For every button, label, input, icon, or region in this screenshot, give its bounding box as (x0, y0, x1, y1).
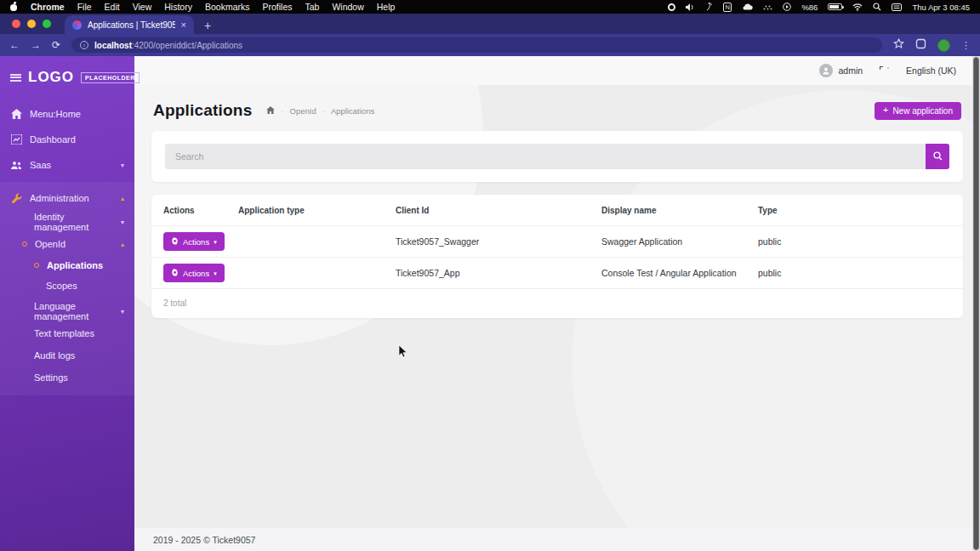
chevron-down-icon: ▾ (121, 308, 124, 315)
sidebar-item-saas[interactable]: Saas ▾ (0, 152, 134, 178)
sidebar-item-language-management[interactable]: Language management ▾ (0, 300, 134, 322)
sidebar-header: LOGO PLACEHOLDER (0, 56, 134, 98)
new-application-button[interactable]: + New application (875, 102, 961, 120)
username: admin (838, 65, 863, 76)
play-circle-icon[interactable] (783, 3, 791, 11)
breadcrumb-home-icon[interactable] (266, 106, 275, 116)
top-bar: admin English (UK) (134, 56, 980, 85)
gear-icon (171, 269, 179, 278)
spotlight-search-icon[interactable] (873, 3, 881, 11)
record-icon[interactable] (668, 3, 675, 11)
new-tab-button[interactable]: + (204, 20, 211, 31)
table-row: Actions ▾ Ticket9057_Swagger Swagger App… (151, 225, 963, 257)
cell-type: public (758, 268, 951, 278)
window-controls (12, 14, 51, 34)
column-client-id: Client Id (396, 206, 601, 215)
cloud-icon[interactable] (742, 3, 753, 10)
cell-type: public (758, 236, 951, 247)
menubar-clock[interactable]: Thu Apr 3 08:45 (912, 3, 970, 12)
page-header: Applications · OpenId · Applications + N… (153, 101, 961, 120)
page-content: Applications · OpenId · Applications + N… (134, 101, 980, 318)
cell-client-id: Ticket9057_Swagger (396, 236, 601, 247)
volume-icon[interactable] (686, 3, 695, 11)
chevron-down-icon: ▾ (121, 162, 124, 169)
breadcrumb-applications: Applications (331, 106, 374, 116)
browser-tab-active[interactable]: Applications | Ticket9057 × (65, 15, 194, 34)
main-area: admin English (UK) Applications · OpenId… (134, 56, 980, 551)
breadcrumb-separator: · (322, 106, 325, 116)
fullscreen-icon[interactable] (880, 66, 889, 76)
caret-down-icon: ▾ (214, 270, 217, 276)
site-info-icon[interactable]: i (80, 41, 88, 49)
minimize-window-button[interactable] (27, 20, 36, 28)
search-input[interactable] (165, 144, 926, 169)
users-icon (10, 161, 22, 170)
home-icon (10, 109, 22, 119)
chevron-up-icon: ▴ (121, 241, 124, 248)
sidebar-item-openid[interactable]: OpenId ▴ (0, 233, 134, 255)
table-row: Actions ▾ Ticket9057_App Console Test / … (151, 257, 963, 288)
menubar-item-bookmarks[interactable]: Bookmarks (205, 2, 250, 12)
apple-logo-icon[interactable] (10, 3, 18, 11)
menubar-item-profiles[interactable]: Profiles (262, 2, 292, 12)
cell-display-name: Console Test / Angular Application (601, 268, 758, 278)
tab-close-icon[interactable]: × (181, 20, 186, 30)
battery-icon (828, 3, 842, 10)
applications-table: Actions Application type Client Id Displ… (151, 195, 963, 318)
applications-bullet-icon (34, 263, 39, 268)
sidebar-item-home[interactable]: Menu:Home (0, 101, 134, 127)
bookmark-star-icon[interactable] (893, 37, 904, 53)
close-window-button[interactable] (12, 20, 20, 28)
user-menu[interactable]: admin (819, 64, 863, 77)
reload-icon[interactable]: ⟳ (52, 40, 60, 50)
profile-avatar[interactable] (937, 39, 950, 52)
address-bar[interactable]: i localhost:4200/openiddict/Applications (71, 37, 882, 53)
browser-tabbar: Applications | Ticket9057 × + (0, 14, 980, 34)
hamburger-menu-icon[interactable] (10, 74, 21, 82)
breadcrumb-openid[interactable]: OpenId (290, 106, 316, 116)
scrollbar-thumb[interactable] (973, 57, 979, 550)
search-icon (933, 151, 943, 163)
copyright-text: 2019 - 2025 © Ticket9057 (153, 535, 255, 545)
menubar-app-name[interactable]: Chrome (31, 2, 65, 12)
logo-badge: PLACEHOLDER (81, 72, 140, 83)
sidebar-item-settings[interactable]: Settings (0, 366, 134, 389)
row-actions-button[interactable]: Actions ▾ (163, 232, 225, 251)
extensions-icon[interactable] (915, 37, 926, 53)
menubar-item-history[interactable]: History (164, 2, 192, 12)
menubar-item-edit[interactable]: Edit (105, 2, 120, 12)
menubar-item-help[interactable]: Help (377, 2, 396, 12)
sidebar-item-administration[interactable]: Administration ▴ (0, 185, 134, 211)
stage-manager-icon[interactable] (705, 3, 713, 11)
table-total: 2 total (151, 288, 963, 318)
menubar-item-file[interactable]: File (77, 2, 92, 12)
back-icon[interactable]: ← (9, 40, 20, 50)
sidebar-item-dashboard[interactable]: Dashboard (0, 127, 134, 152)
menubar-item-view[interactable]: View (133, 2, 152, 12)
dots-icon[interactable] (763, 3, 772, 10)
sidebar-item-text-templates[interactable]: Text templates (0, 322, 134, 344)
menubar-item-tab[interactable]: Tab (305, 2, 319, 12)
sidebar-item-identity-management[interactable]: Identity management ▾ (0, 211, 134, 233)
language-selector[interactable]: English (UK) (906, 65, 956, 76)
column-application-type: Application type (238, 206, 396, 215)
row-actions-button[interactable]: Actions ▾ (163, 264, 225, 282)
column-type: Type (758, 206, 951, 215)
zoom-window-button[interactable] (43, 20, 51, 28)
cell-display-name: Swagger Application (601, 236, 758, 247)
sidebar-item-applications[interactable]: Applications (0, 255, 134, 276)
vertical-scrollbar[interactable] (972, 56, 980, 551)
forward-icon[interactable]: → (31, 40, 41, 50)
wifi-icon[interactable] (852, 3, 863, 11)
tab-favicon (72, 20, 82, 30)
search-button[interactable] (926, 144, 949, 169)
sidebar-item-audit-logs[interactable]: Audit logs (0, 344, 134, 366)
sidebar-item-scopes[interactable]: Scopes (0, 276, 134, 296)
url-text: localhost:4200/openiddict/Applications (94, 41, 242, 50)
keyboard-layout-icon[interactable] (892, 3, 902, 11)
chart-icon (10, 134, 22, 145)
browser-menu-icon[interactable]: ⋮ (961, 40, 971, 51)
menubar-item-window[interactable]: Window (332, 2, 363, 12)
app-window: LOGO PLACEHOLDER Menu:Home Dashboard Saa… (0, 56, 980, 551)
notion-icon[interactable]: N (723, 3, 732, 12)
